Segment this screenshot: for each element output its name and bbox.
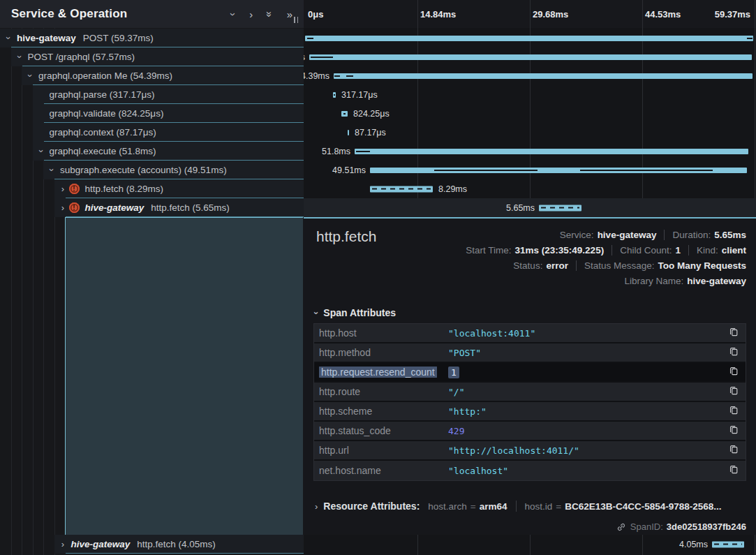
timeline-row: 59.37ms bbox=[304, 29, 756, 47]
span-duration-label: 8.29ms bbox=[438, 184, 467, 194]
span-duration-label: 317.17μs bbox=[341, 90, 378, 100]
span-tree-row[interactable]: ›subgraph.execute (accounts) (49.51ms) bbox=[43, 161, 304, 179]
span-bar[interactable] bbox=[334, 73, 753, 79]
chevron-down-icon: › bbox=[315, 308, 318, 318]
detail-meta-value: 1 bbox=[675, 245, 681, 256]
resource-separator bbox=[516, 501, 517, 512]
span-attributes-title: Span Attributes bbox=[323, 307, 396, 318]
span-bar[interactable] bbox=[712, 541, 744, 547]
resource-attributes-header[interactable]: Resource Attributes: bbox=[323, 501, 420, 512]
attribute-key-text: http.request.resend_count bbox=[319, 367, 437, 378]
span-duration-label: 57.57ms bbox=[304, 52, 305, 62]
span-bar[interactable] bbox=[348, 130, 349, 135]
span-bar[interactable] bbox=[539, 205, 581, 211]
chevron-down-icon[interactable]: › bbox=[15, 52, 25, 62]
span-bar[interactable] bbox=[370, 168, 747, 173]
attribute-value-text: "localhost" bbox=[448, 466, 508, 476]
copy-icon[interactable] bbox=[722, 405, 746, 417]
child-span-mark bbox=[356, 151, 370, 152]
meta-separator bbox=[612, 245, 612, 256]
detail-meta-value: Too Many Requests bbox=[658, 260, 746, 271]
detail-meta-item: Status:error bbox=[513, 259, 568, 272]
service-name: hive-gateway bbox=[17, 33, 76, 43]
detail-meta-label: Kind: bbox=[697, 245, 718, 256]
span-bar[interactable] bbox=[305, 36, 753, 41]
copy-icon[interactable] bbox=[722, 444, 746, 457]
copy-icon[interactable] bbox=[722, 366, 746, 378]
span-tree-row[interactable]: graphql.context (87.17μs) bbox=[33, 123, 304, 142]
timeline-row: 54.39ms bbox=[304, 66, 756, 85]
chevron-down-icon[interactable]: › bbox=[3, 33, 14, 43]
span-detail-meta: Service:hive-gatewayDuration:5.65msStart… bbox=[466, 227, 746, 288]
span-tree-row[interactable]: graphql.validate (824.25μs) bbox=[33, 104, 304, 123]
chevron-right-icon[interactable]: › bbox=[58, 539, 68, 549]
detail-meta-label: Library Name: bbox=[624, 276, 683, 286]
span-tree-row[interactable]: ›hive-gatewayhttp.fetch (4.05ms) bbox=[54, 535, 304, 554]
detail-meta-item: Duration:5.65ms bbox=[672, 228, 746, 241]
chevron-down-icon[interactable]: › bbox=[232, 9, 235, 20]
double-chevron-down-icon[interactable]: » bbox=[267, 9, 272, 20]
attribute-row: net.host.name"localhost" bbox=[314, 461, 746, 480]
span-name: graphql.operation Me (54.39ms) bbox=[38, 71, 172, 81]
span-duration-label: 5.65ms bbox=[506, 203, 535, 213]
chevron-down-icon[interactable]: › bbox=[36, 146, 47, 156]
timeline-row: 8.29ms bbox=[304, 179, 756, 198]
copy-icon[interactable] bbox=[722, 464, 746, 477]
copy-icon[interactable] bbox=[722, 327, 746, 339]
copy-icon[interactable] bbox=[722, 424, 746, 437]
span-tree-row[interactable]: ›POST /graphql (57.57ms) bbox=[11, 47, 304, 66]
attribute-value-text: "localhost:4011" bbox=[448, 328, 535, 339]
span-tree-row[interactable]: ›!http.fetch (8.29ms) bbox=[54, 179, 304, 198]
ruler-tick: 0μs bbox=[308, 9, 323, 20]
chevron-right-icon[interactable]: › bbox=[58, 184, 68, 194]
attribute-value: 1 bbox=[448, 367, 722, 378]
span-tree-row[interactable]: ›hive-gatewayPOST (59.37ms) bbox=[0, 29, 304, 47]
attribute-row: http.status_code429 bbox=[314, 422, 746, 441]
chevron-right-icon[interactable]: › bbox=[249, 9, 253, 20]
panel-resize-handle[interactable] bbox=[294, 17, 298, 23]
span-tree-row[interactable]: ›graphql.operation Me (54.39ms) bbox=[22, 66, 304, 85]
span-tree-row[interactable]: graphql.parse (317.17μs) bbox=[33, 85, 304, 104]
detail-meta-label: Status: bbox=[513, 260, 542, 271]
error-icon: ! bbox=[69, 202, 80, 213]
double-chevron-right-icon[interactable]: » bbox=[287, 9, 292, 20]
ruler-tick: 44.53ms bbox=[645, 9, 681, 20]
attribute-value: "localhost" bbox=[448, 466, 722, 476]
span-duration-label: 51.8ms bbox=[322, 147, 350, 156]
span-bar[interactable] bbox=[309, 54, 752, 60]
attribute-value-text: "http:" bbox=[448, 406, 487, 417]
detail-meta-item: Service:hive-gateway bbox=[560, 228, 657, 241]
resource-attributes-row: › Resource Attributes: host.arch=arm64ho… bbox=[315, 501, 746, 512]
chevron-right-icon[interactable]: › bbox=[58, 202, 68, 213]
detail-meta-value: client bbox=[722, 245, 746, 256]
span-duration-label: 4.05ms bbox=[679, 540, 708, 549]
timeline-row: 51.8ms bbox=[304, 142, 756, 161]
span-bar[interactable] bbox=[333, 92, 336, 98]
link-icon[interactable] bbox=[616, 522, 626, 532]
attribute-value: 429 bbox=[448, 426, 722, 436]
child-span-mark bbox=[346, 75, 353, 77]
span-bar[interactable] bbox=[355, 149, 748, 154]
attribute-key: http.method bbox=[314, 347, 448, 358]
span-bar[interactable] bbox=[341, 111, 348, 117]
expanded-span-region bbox=[65, 217, 303, 535]
detail-meta-value: hive-gateway bbox=[598, 230, 657, 240]
chevron-down-icon[interactable]: › bbox=[47, 165, 57, 175]
detail-meta-item: Kind:client bbox=[697, 244, 746, 256]
attribute-key-text: http.status_code bbox=[319, 425, 391, 436]
copy-icon[interactable] bbox=[722, 385, 746, 398]
child-span-mark bbox=[747, 38, 753, 39]
span-tree-row[interactable]: ›graphql.execute (51.8ms) bbox=[33, 142, 304, 161]
span-tree-row[interactable]: ›!hive-gatewayhttp.fetch (5.65ms) bbox=[54, 198, 304, 217]
detail-meta-value: error bbox=[546, 260, 568, 271]
span-name: subgraph.execute (accounts) (49.51ms) bbox=[60, 165, 227, 175]
meta-separator bbox=[664, 230, 665, 240]
span-bar[interactable] bbox=[370, 186, 433, 192]
span-attributes-header[interactable]: › Span Attributes bbox=[315, 307, 396, 318]
copy-icon[interactable] bbox=[722, 346, 746, 359]
detail-meta-item: Child Count:1 bbox=[620, 244, 681, 256]
timeline-row: 824.25μs bbox=[304, 104, 756, 123]
detail-meta-line: Library Name:hive-gateway bbox=[624, 273, 746, 288]
chevron-down-icon[interactable]: › bbox=[25, 71, 36, 81]
span-duration-label: 54.39ms bbox=[304, 71, 329, 81]
